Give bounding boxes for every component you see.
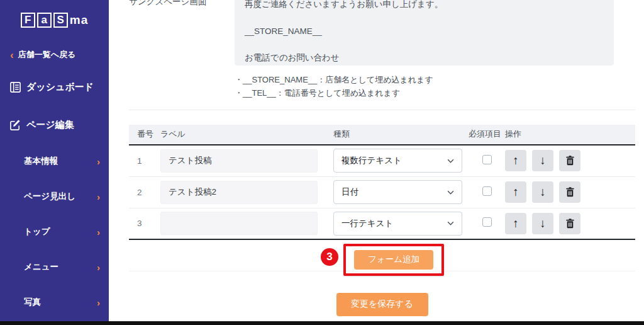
column-header-number: 番号: [129, 128, 160, 140]
annotation-step-badge: 3: [321, 248, 338, 266]
table-row: 2 日付 ↑ ↓: [129, 177, 635, 208]
trash-icon: [565, 156, 575, 166]
arrow-up-icon: ↑: [513, 185, 519, 199]
chevron-right-icon: ›: [97, 263, 100, 272]
placeholder-note-store-name: ・__STORE_NAME__：店舗名として埋め込まれます: [235, 73, 635, 86]
table-row: 1 複数行テキスト ↑ ↓: [129, 145, 635, 177]
section-divider: [129, 110, 635, 110]
logo-letter-box: F: [21, 13, 35, 28]
type-select-value: 日付: [341, 186, 358, 198]
app-window: F a S ma ‹ 店舗一覧へ戻る ダッシュボード ページ編集 基本情報 ›: [0, 0, 644, 325]
edit-icon: [9, 118, 21, 131]
move-down-button[interactable]: ↓: [532, 213, 553, 234]
arrow-down-icon: ↓: [540, 217, 546, 231]
type-select-value: 一行テキスト: [341, 218, 393, 229]
required-checkbox[interactable]: [482, 186, 492, 196]
move-down-button[interactable]: ↓: [532, 150, 553, 171]
arrow-down-icon: ↓: [540, 154, 546, 168]
sidebar-subitem-label: メニュー: [24, 261, 58, 273]
main-content: サンクスページ画面 再度ご連絡くださいますようお願い申し上げます。 __STOR…: [109, 0, 644, 325]
arrow-up-icon: ↑: [513, 154, 519, 168]
chevron-right-icon: ›: [97, 227, 100, 237]
table-row: 3 一行テキスト ↑ ↓: [129, 208, 635, 240]
chevron-down-icon: [447, 221, 454, 225]
label-input[interactable]: [160, 149, 318, 173]
add-form-button[interactable]: フォーム追加: [354, 250, 433, 270]
sidebar-item-label: ページ編集: [26, 119, 74, 131]
logo-letter-box: S: [53, 13, 68, 28]
column-header-required: 必須項目: [469, 128, 505, 140]
sidebar-item-photos[interactable]: 写真 ›: [0, 285, 109, 320]
dashboard-icon: [9, 81, 21, 93]
chevron-down-icon: [447, 159, 454, 163]
label-input[interactable]: [160, 212, 318, 235]
column-header-operations: 操作: [505, 128, 635, 140]
type-select[interactable]: 日付: [333, 180, 462, 204]
required-checkbox[interactable]: [482, 155, 492, 164]
app-logo: F a S ma: [0, 13, 109, 28]
thanks-page-field-label: サンクスページ画面: [129, 0, 235, 100]
trash-icon: [565, 219, 575, 229]
back-to-store-list-link[interactable]: ‹ 店舗一覧へ戻る: [10, 49, 109, 60]
sidebar-item-label: ダッシュボード: [26, 81, 94, 93]
chevron-right-icon: ›: [97, 192, 100, 202]
chevron-right-icon: ›: [97, 298, 100, 307]
delete-button[interactable]: [559, 181, 580, 203]
type-select[interactable]: 一行テキスト: [333, 212, 462, 236]
row-number: 2: [129, 188, 160, 197]
sidebar-subitem-label: ページ見出し: [24, 191, 75, 202]
move-up-button[interactable]: ↑: [505, 150, 526, 171]
sidebar-subitem-label: 基本情報: [24, 156, 58, 167]
logo-letter-box: a: [37, 13, 52, 28]
thanks-page-section: サンクスページ画面 再度ご連絡くださいますようお願い申し上げます。 __STOR…: [129, 0, 635, 100]
arrow-down-icon: ↓: [540, 185, 546, 199]
required-checkbox[interactable]: [482, 217, 492, 227]
row-number: 3: [129, 219, 160, 228]
sidebar-subnav: 基本情報 › ページ見出し › トップ › メニュー › 写真 ›: [0, 144, 109, 320]
arrow-up-icon: ↑: [513, 217, 519, 231]
chevron-right-icon: ›: [97, 157, 100, 166]
add-form-row: 3 フォーム追加: [129, 240, 635, 271]
annotation-highlight-box: フォーム追加: [343, 244, 444, 276]
bottom-bar: [0, 321, 644, 325]
sidebar-item-page-edit[interactable]: ページ編集: [9, 118, 109, 131]
row-number: 1: [129, 156, 160, 166]
label-input[interactable]: [160, 181, 318, 204]
thanks-page-textarea[interactable]: 再度ご連絡くださいますようお願い申し上げます。 __STORE_NAME__ お…: [235, 0, 614, 66]
form-fields-table: 番号 ラベル 種類 必須項目 操作 1 複数行テキスト ↑: [129, 125, 635, 271]
sidebar-subitem-label: 写真: [24, 297, 41, 308]
move-up-button[interactable]: ↑: [505, 213, 526, 234]
sidebar-item-top[interactable]: トップ ›: [0, 214, 109, 249]
sidebar-subitem-label: トップ: [24, 226, 50, 237]
table-header-row: 番号 ラベル 種類 必須項目 操作: [129, 125, 635, 145]
sidebar-item-dashboard[interactable]: ダッシュボード: [9, 81, 109, 93]
delete-button[interactable]: [559, 150, 580, 171]
trash-icon: [565, 187, 575, 197]
delete-button[interactable]: [559, 213, 580, 234]
logo-text: ma: [70, 13, 88, 27]
chevron-left-icon: ‹: [10, 50, 14, 60]
save-changes-button[interactable]: 変更を保存する: [336, 293, 428, 316]
back-link-label: 店舗一覧へ戻る: [18, 49, 76, 60]
type-select-value: 複数行テキスト: [341, 155, 402, 166]
placeholder-notes: ・__STORE_NAME__：店舗名として埋め込まれます ・__TEL__：電…: [235, 73, 635, 100]
column-header-type: 種類: [333, 128, 469, 140]
sidebar-item-basic-info[interactable]: 基本情報 ›: [0, 144, 109, 179]
sidebar-item-page-heading[interactable]: ページ見出し ›: [0, 179, 109, 214]
column-header-label: ラベル: [160, 128, 333, 140]
type-select[interactable]: 複数行テキスト: [333, 149, 462, 173]
move-down-button[interactable]: ↓: [532, 181, 553, 203]
placeholder-note-tel: ・__TEL__：電話番号として埋め込まれます: [235, 86, 635, 100]
chevron-down-icon: [447, 190, 454, 195]
sidebar: F a S ma ‹ 店舗一覧へ戻る ダッシュボード ページ編集 基本情報 ›: [0, 0, 109, 325]
move-up-button[interactable]: ↑: [505, 181, 526, 203]
sidebar-item-menu[interactable]: メニュー ›: [0, 249, 109, 285]
